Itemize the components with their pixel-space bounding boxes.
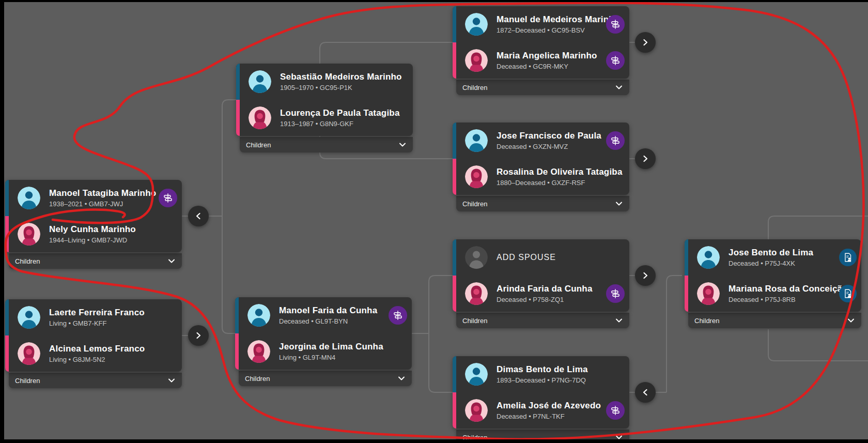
children-label: Children [462, 317, 487, 325]
person-name: Nely Cunha Marinho [49, 224, 136, 235]
tree-icon-button[interactable] [606, 284, 625, 303]
female-avatar [18, 342, 40, 365]
person-lifespan-id: Deceased • GXZN-MVZ [497, 143, 601, 150]
person-name: Lourença De Paula Tatagiba [280, 108, 400, 118]
children-expander[interactable]: Children [9, 373, 182, 388]
male-avatar [18, 306, 40, 329]
couple-card: Dimas Bento de Lima 1893–Deceased • P7NG… [453, 356, 629, 439]
person-name: Jose Francisco de Paula [497, 131, 601, 141]
person-lifespan-id: Deceased • P75J-4XK [729, 259, 813, 267]
couple-card: Manoel Tatagiba Marinho 1938–2021 • GMB7… [5, 180, 182, 269]
female-avatar [465, 49, 488, 72]
children-expander[interactable]: Children [456, 313, 629, 328]
couple-card: Jose Francisco de Paula Deceased • GXZN-… [453, 123, 629, 211]
chevron-down-icon [398, 141, 407, 149]
person-row[interactable]: Amelia José de Azevedo Deceased • P7NL-T… [453, 392, 629, 429]
person-lifespan-id: 1893–Deceased • P7NG-7DQ [497, 376, 588, 384]
person-row[interactable]: Laerte Ferreira Franco Living • GMB7-KFF [5, 299, 182, 335]
person-row[interactable]: Jose Francisco de Paula Deceased • GXZN-… [453, 123, 629, 159]
couple-card: Manoel Faria da Cunha Deceased • GL9T-BY… [235, 297, 412, 386]
person-lifespan-id: Deceased • GL9T-BYN [279, 317, 377, 325]
children-label: Children [462, 84, 487, 91]
chevron-down-icon [615, 200, 623, 208]
chevron-down-icon [615, 316, 623, 325]
add-spouse-row[interactable]: ADD SPOUSE [453, 239, 629, 276]
children-expander[interactable]: Children [456, 430, 629, 439]
children-expander[interactable]: Children [239, 371, 412, 386]
person-row[interactable]: Jose Bento de Lima Deceased • P75J-4XK [685, 239, 861, 276]
person-row[interactable]: Maria Angelica Marinho Deceased • GC9R-M… [453, 42, 629, 79]
collapse-ancestors-button[interactable] [188, 206, 209, 226]
expand-ancestors-button[interactable] [635, 148, 656, 169]
chevron-left-icon [641, 388, 649, 396]
person-row[interactable]: Mariana Rosa da Conceição Deceased • P75… [685, 276, 861, 312]
female-avatar [465, 165, 488, 188]
expand-ancestors-button[interactable] [188, 325, 209, 346]
tree-icon-button[interactable] [606, 131, 625, 150]
person-row[interactable]: Alcinea Lemos Franco Living • G8JM-5N2 [5, 335, 182, 372]
children-expander[interactable]: Children [688, 313, 861, 328]
person-row[interactable]: Rosalina De Oliveira Tatagiba 1880–Decea… [453, 159, 629, 195]
male-avatar [465, 363, 488, 386]
person-row[interactable]: Arinda Faria da Cunha Deceased • P758-ZQ… [453, 276, 629, 312]
person-lifespan-id: 1938–2021 • GMB7-JWJ [49, 200, 155, 208]
tree-icon-button[interactable] [606, 15, 625, 34]
children-expander[interactable]: Children [9, 253, 182, 269]
person-name: Manuel de Medeiros Marinho [497, 14, 602, 25]
chevron-right-icon [641, 38, 649, 47]
person-row[interactable]: Lourença De Paula Tatagiba 1913–1987 • G… [236, 100, 413, 136]
person-lifespan-id: 1905–1970 • GC95-P1K [280, 84, 402, 91]
expand-ancestors-button[interactable] [635, 32, 656, 53]
record-hint-icon-button[interactable] [839, 285, 857, 302]
male-avatar [18, 187, 40, 209]
tree-icon-button[interactable] [606, 401, 625, 420]
expand-ancestors-button[interactable] [635, 265, 656, 286]
female-avatar [465, 282, 488, 305]
person-lifespan-id: Deceased • P75J-8RB [729, 296, 834, 303]
person-name: Manoel Tatagiba Marinho [49, 188, 155, 198]
person-name: Jeorgina de Lima Cunha [279, 342, 383, 352]
female-avatar [465, 399, 488, 422]
chevron-right-icon [641, 155, 649, 163]
children-expander[interactable]: Children [456, 196, 629, 211]
children-label: Children [246, 141, 271, 149]
person-row[interactable]: Nely Cunha Marinho 1944–Living • GMB7-JW… [5, 216, 182, 252]
male-avatar [247, 304, 270, 327]
couple-card: Manuel de Medeiros Marinho 1872–Deceased… [453, 6, 629, 95]
couple-card: Laerte Ferreira Franco Living • GMB7-KFF… [5, 299, 182, 388]
person-lifespan-id: Living • G8JM-5N2 [49, 356, 145, 363]
chevron-down-icon [167, 257, 176, 265]
children-expander[interactable]: Children [240, 137, 413, 152]
chevron-down-icon [397, 374, 406, 383]
tree-icon-button[interactable] [389, 306, 407, 325]
male-avatar [697, 246, 720, 269]
person-row[interactable]: Manoel Tatagiba Marinho 1938–2021 • GMB7… [5, 180, 182, 216]
person-row[interactable]: Jeorgina de Lima Cunha Living • GL9T-MN4 [235, 333, 412, 370]
children-label: Children [15, 377, 40, 385]
person-row[interactable]: Dimas Bento de Lima 1893–Deceased • P7NG… [453, 356, 629, 392]
person-name: Manoel Faria da Cunha [279, 305, 377, 316]
add-spouse-label: ADD SPOUSE [497, 253, 556, 262]
chevron-left-icon [194, 212, 203, 220]
record-hint-icon-button[interactable] [839, 249, 857, 266]
person-row[interactable]: Sebastião Medeiros Marinho 1905–1970 • G… [236, 64, 413, 100]
collapse-ancestors-button[interactable] [635, 382, 656, 403]
person-name: Arinda Faria da Cunha [497, 284, 593, 294]
chevron-down-icon [615, 83, 623, 91]
children-expander[interactable]: Children [456, 80, 629, 95]
person-lifespan-id: Deceased • P7NL-TKF [497, 413, 601, 420]
person-lifespan-id: Deceased • P758-ZQ1 [497, 296, 593, 303]
person-row[interactable]: Manuel de Medeiros Marinho 1872–Deceased… [453, 6, 629, 42]
tree-icon-button[interactable] [159, 189, 177, 207]
female-avatar [247, 340, 270, 363]
person-name: Sebastião Medeiros Marinho [280, 72, 402, 82]
chevron-right-icon [194, 331, 203, 340]
chevron-down-icon [615, 433, 623, 439]
couple-card: Sebastião Medeiros Marinho 1905–1970 • G… [236, 64, 413, 152]
children-label: Children [462, 200, 487, 208]
couple-card: ADD SPOUSE Arinda Faria da Cunha Decease… [453, 239, 629, 328]
person-row[interactable]: Manoel Faria da Cunha Deceased • GL9T-BY… [235, 297, 412, 333]
tree-icon-button[interactable] [606, 51, 625, 70]
person-lifespan-id: Living • GL9T-MN4 [279, 354, 383, 361]
person-lifespan-id: 1913–1987 • G8N9-GKF [280, 120, 400, 128]
